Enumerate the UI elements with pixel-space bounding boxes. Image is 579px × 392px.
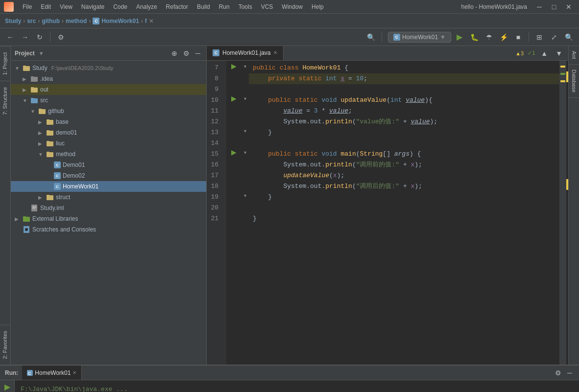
- tree-item-base[interactable]: ▶ base: [11, 116, 206, 127]
- sidebar-minimize-btn[interactable]: ─: [193, 48, 202, 58]
- search-button[interactable]: 🔍: [562, 31, 575, 44]
- breadcrumb-method[interactable]: method: [66, 18, 87, 24]
- gutter-19: [226, 190, 241, 201]
- gutter-20: [226, 201, 241, 211]
- tree-item-idea[interactable]: ▶ .idea: [11, 73, 206, 84]
- fold-15[interactable]: ▾: [241, 147, 249, 158]
- refresh-button[interactable]: ↻: [33, 31, 46, 44]
- tree-item-scratches[interactable]: ▶ Scratches and Consoles: [11, 224, 206, 235]
- ant-tab[interactable]: Ant: [569, 46, 579, 65]
- menu-view[interactable]: View: [56, 2, 76, 12]
- breadcrumb-study[interactable]: Study: [5, 18, 21, 24]
- tree-item-github[interactable]: ▼ github: [11, 106, 206, 116]
- tree-item-src[interactable]: ▼ src: [11, 95, 206, 106]
- maximize-button[interactable]: □: [548, 0, 560, 13]
- back-button[interactable]: ←: [4, 31, 17, 44]
- idea-folder-icon: [30, 75, 38, 83]
- search-everywhere-button[interactable]: 🔍: [365, 31, 378, 44]
- run-play-btn[interactable]: ▶: [1, 382, 13, 392]
- layout-button[interactable]: ⊞: [533, 31, 546, 44]
- gutter-9: [226, 82, 241, 93]
- tree-arrow-demo01: ▶: [38, 130, 44, 136]
- stop-button[interactable]: ■: [512, 31, 525, 44]
- run-settings-btn[interactable]: ⚙: [553, 368, 563, 378]
- run-button[interactable]: ▶: [453, 31, 466, 44]
- gutter-15[interactable]: ▶: [226, 147, 241, 158]
- editor-tab-homework01[interactable]: C HomeWork01.java ✕: [207, 46, 284, 60]
- sidebar-dropdown-arrow[interactable]: ▼: [39, 50, 44, 56]
- breadcrumb-src[interactable]: src: [27, 18, 36, 24]
- profile-button[interactable]: ⚡: [497, 31, 510, 44]
- tree-item-study[interactable]: ▼ Study F:\java\IDEA2020.2\Study: [11, 63, 206, 73]
- tree-arrow-method: ▼: [38, 152, 44, 157]
- sidebar-header-icons: ⊕ ⚙ ─: [169, 48, 202, 58]
- main-layout: 1: Project 7: Structure 2: Favorites Pro…: [0, 46, 579, 365]
- settings-button[interactable]: ⚙: [54, 31, 67, 44]
- menu-refactor[interactable]: Refactor: [162, 2, 192, 12]
- tree-item-extlibs[interactable]: ▶ External Libraries: [11, 213, 206, 224]
- code-editor[interactable]: public class HomeWork01 { private static…: [249, 61, 559, 365]
- menu-vcs[interactable]: VCS: [257, 2, 277, 12]
- tree-item-out[interactable]: ▶ out: [11, 84, 206, 95]
- editor-scroll-up[interactable]: ▲: [539, 48, 550, 58]
- close-button[interactable]: ✕: [562, 0, 575, 13]
- database-tab[interactable]: Database: [569, 65, 579, 98]
- menu-tools[interactable]: Tools: [235, 2, 256, 12]
- fold-19[interactable]: ▾: [241, 190, 249, 201]
- run-icon-15[interactable]: ▶: [231, 148, 237, 156]
- tree-item-liuc[interactable]: ▶ liuc: [11, 138, 206, 149]
- debug-button[interactable]: 🐛: [468, 31, 481, 44]
- fold-10[interactable]: ▾: [241, 93, 249, 104]
- menu-edit[interactable]: Edit: [37, 2, 55, 12]
- line-numbers: 7 8 9 10 11 12 13 14 15 16 17 18 19 20 2…: [207, 61, 226, 365]
- run-tab-homework01[interactable]: C HomeWork01 ✕: [22, 366, 82, 380]
- gutter-10[interactable]: ▶: [226, 93, 241, 104]
- fold-7[interactable]: ▾: [241, 61, 249, 71]
- menu-build[interactable]: Build: [193, 2, 214, 12]
- breadcrumb-f[interactable]: f: [145, 18, 147, 24]
- menu-file[interactable]: File: [19, 2, 36, 12]
- run-minimize-btn[interactable]: ─: [565, 368, 574, 378]
- menu-help[interactable]: Help: [308, 2, 328, 12]
- run-sidebar: ▶ ▲ ▼ ↻ ■ 📌 🖨 ★ ⊞: [0, 380, 15, 392]
- tree-item-demo02-file[interactable]: ▶ C Demo02: [11, 170, 206, 181]
- svg-rect-7: [31, 98, 34, 99]
- minimize-button[interactable]: ─: [533, 0, 546, 13]
- gutter-7[interactable]: ▶: [226, 61, 241, 71]
- run-tab-close[interactable]: ✕: [72, 370, 76, 375]
- vtab-project[interactable]: 1: Project: [0, 46, 10, 81]
- menu-run[interactable]: Run: [215, 2, 234, 12]
- menu-analyze[interactable]: Analyze: [132, 2, 161, 12]
- fold-14: [241, 136, 249, 147]
- menu-navigate[interactable]: Navigate: [77, 2, 108, 12]
- tree-item-homework01[interactable]: ▶ C HomeWork01: [11, 181, 206, 192]
- tree-path-study: F:\java\IDEA2020.2\Study: [51, 65, 114, 71]
- editor-scroll-down[interactable]: ▼: [554, 48, 564, 58]
- tree-item-studyiml[interactable]: ▶ Study.iml: [11, 203, 206, 213]
- breadcrumb-java-icon: C: [93, 18, 99, 24]
- breadcrumb-homework[interactable]: HomeWork01: [101, 18, 139, 24]
- fold-13[interactable]: ▾: [241, 125, 249, 136]
- breadcrumb-github[interactable]: github: [42, 18, 60, 24]
- vtab-favorites[interactable]: 2: Favorites: [0, 324, 10, 365]
- tab-close-btn[interactable]: ✕: [273, 50, 277, 55]
- tree-item-struct[interactable]: ▶ struct: [11, 192, 206, 203]
- run-icon-10[interactable]: ▶: [231, 94, 237, 102]
- coverage-button[interactable]: ☂: [482, 31, 495, 44]
- run-icon-7[interactable]: ▶: [231, 62, 237, 70]
- check-count: ✓1: [528, 50, 535, 56]
- vtab-structure[interactable]: 7: Structure: [0, 81, 10, 121]
- run-config[interactable]: C HomeWork01 ▼: [388, 32, 451, 43]
- tree-item-demo01-file[interactable]: ▶ C Demo01: [11, 160, 206, 170]
- forward-button[interactable]: →: [19, 31, 31, 44]
- breadcrumb-sep1: ›: [23, 18, 25, 24]
- sidebar-scope-btn[interactable]: ⊕: [169, 48, 179, 58]
- tree-item-method[interactable]: ▼ method: [11, 149, 206, 160]
- scroll-warn-2: [560, 80, 565, 82]
- tree-item-demo01[interactable]: ▶ demo01: [11, 127, 206, 138]
- expand-button[interactable]: ⤢: [548, 31, 560, 44]
- menu-window[interactable]: Window: [278, 2, 307, 12]
- sidebar-gear-btn[interactable]: ⚙: [181, 48, 192, 58]
- menu-code[interactable]: Code: [109, 2, 131, 12]
- base-folder-icon: [46, 118, 54, 126]
